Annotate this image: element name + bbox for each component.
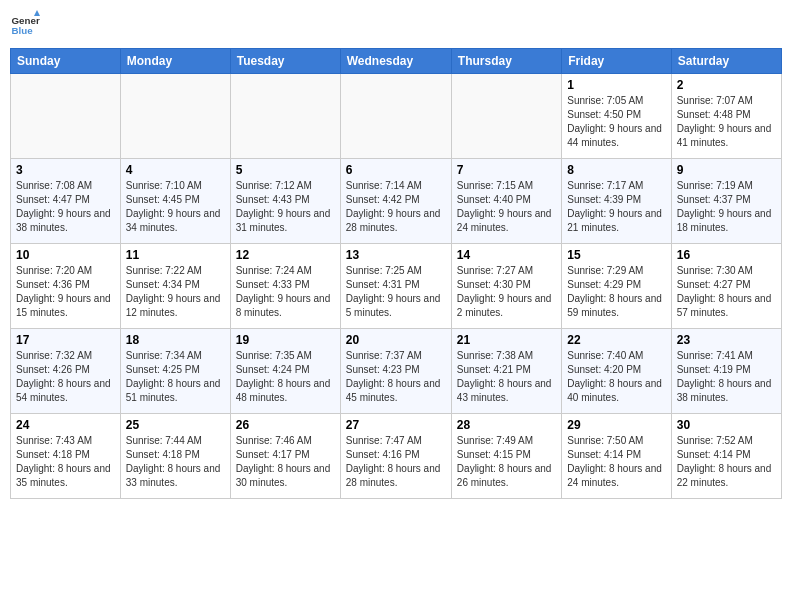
day-number: 29 bbox=[567, 418, 665, 432]
calendar-cell: 29Sunrise: 7:50 AM Sunset: 4:14 PM Dayli… bbox=[562, 414, 671, 499]
day-info: Sunrise: 7:43 AM Sunset: 4:18 PM Dayligh… bbox=[16, 434, 115, 490]
calendar-cell: 19Sunrise: 7:35 AM Sunset: 4:24 PM Dayli… bbox=[230, 329, 340, 414]
calendar-cell: 8Sunrise: 7:17 AM Sunset: 4:39 PM Daylig… bbox=[562, 159, 671, 244]
day-number: 8 bbox=[567, 163, 665, 177]
logo-icon: General Blue bbox=[10, 10, 40, 40]
day-info: Sunrise: 7:05 AM Sunset: 4:50 PM Dayligh… bbox=[567, 94, 665, 150]
day-number: 2 bbox=[677, 78, 776, 92]
calendar-cell: 21Sunrise: 7:38 AM Sunset: 4:21 PM Dayli… bbox=[451, 329, 561, 414]
calendar-cell bbox=[11, 74, 121, 159]
calendar-cell: 15Sunrise: 7:29 AM Sunset: 4:29 PM Dayli… bbox=[562, 244, 671, 329]
day-number: 20 bbox=[346, 333, 446, 347]
day-number: 5 bbox=[236, 163, 335, 177]
calendar-cell: 20Sunrise: 7:37 AM Sunset: 4:23 PM Dayli… bbox=[340, 329, 451, 414]
day-info: Sunrise: 7:27 AM Sunset: 4:30 PM Dayligh… bbox=[457, 264, 556, 320]
day-number: 18 bbox=[126, 333, 225, 347]
calendar-cell bbox=[120, 74, 230, 159]
calendar-cell: 6Sunrise: 7:14 AM Sunset: 4:42 PM Daylig… bbox=[340, 159, 451, 244]
header-cell-thursday: Thursday bbox=[451, 49, 561, 74]
day-info: Sunrise: 7:22 AM Sunset: 4:34 PM Dayligh… bbox=[126, 264, 225, 320]
header-cell-wednesday: Wednesday bbox=[340, 49, 451, 74]
calendar-row-0: 1Sunrise: 7:05 AM Sunset: 4:50 PM Daylig… bbox=[11, 74, 782, 159]
header-row: SundayMondayTuesdayWednesdayThursdayFrid… bbox=[11, 49, 782, 74]
header-cell-tuesday: Tuesday bbox=[230, 49, 340, 74]
day-number: 9 bbox=[677, 163, 776, 177]
day-number: 6 bbox=[346, 163, 446, 177]
calendar-cell: 27Sunrise: 7:47 AM Sunset: 4:16 PM Dayli… bbox=[340, 414, 451, 499]
day-info: Sunrise: 7:46 AM Sunset: 4:17 PM Dayligh… bbox=[236, 434, 335, 490]
day-info: Sunrise: 7:50 AM Sunset: 4:14 PM Dayligh… bbox=[567, 434, 665, 490]
calendar-cell: 18Sunrise: 7:34 AM Sunset: 4:25 PM Dayli… bbox=[120, 329, 230, 414]
day-info: Sunrise: 7:17 AM Sunset: 4:39 PM Dayligh… bbox=[567, 179, 665, 235]
calendar-cell: 13Sunrise: 7:25 AM Sunset: 4:31 PM Dayli… bbox=[340, 244, 451, 329]
day-info: Sunrise: 7:24 AM Sunset: 4:33 PM Dayligh… bbox=[236, 264, 335, 320]
day-info: Sunrise: 7:25 AM Sunset: 4:31 PM Dayligh… bbox=[346, 264, 446, 320]
calendar-cell: 16Sunrise: 7:30 AM Sunset: 4:27 PM Dayli… bbox=[671, 244, 781, 329]
day-info: Sunrise: 7:52 AM Sunset: 4:14 PM Dayligh… bbox=[677, 434, 776, 490]
day-number: 26 bbox=[236, 418, 335, 432]
day-number: 11 bbox=[126, 248, 225, 262]
calendar-row-1: 3Sunrise: 7:08 AM Sunset: 4:47 PM Daylig… bbox=[11, 159, 782, 244]
day-info: Sunrise: 7:08 AM Sunset: 4:47 PM Dayligh… bbox=[16, 179, 115, 235]
header-cell-monday: Monday bbox=[120, 49, 230, 74]
calendar-cell: 24Sunrise: 7:43 AM Sunset: 4:18 PM Dayli… bbox=[11, 414, 121, 499]
day-info: Sunrise: 7:12 AM Sunset: 4:43 PM Dayligh… bbox=[236, 179, 335, 235]
calendar-cell: 30Sunrise: 7:52 AM Sunset: 4:14 PM Dayli… bbox=[671, 414, 781, 499]
day-info: Sunrise: 7:35 AM Sunset: 4:24 PM Dayligh… bbox=[236, 349, 335, 405]
svg-marker-2 bbox=[34, 10, 40, 16]
header-cell-saturday: Saturday bbox=[671, 49, 781, 74]
day-info: Sunrise: 7:15 AM Sunset: 4:40 PM Dayligh… bbox=[457, 179, 556, 235]
day-info: Sunrise: 7:20 AM Sunset: 4:36 PM Dayligh… bbox=[16, 264, 115, 320]
day-info: Sunrise: 7:38 AM Sunset: 4:21 PM Dayligh… bbox=[457, 349, 556, 405]
day-number: 3 bbox=[16, 163, 115, 177]
day-info: Sunrise: 7:10 AM Sunset: 4:45 PM Dayligh… bbox=[126, 179, 225, 235]
calendar-cell: 12Sunrise: 7:24 AM Sunset: 4:33 PM Dayli… bbox=[230, 244, 340, 329]
svg-text:General: General bbox=[12, 15, 41, 26]
day-number: 19 bbox=[236, 333, 335, 347]
header-cell-sunday: Sunday bbox=[11, 49, 121, 74]
calendar-cell: 28Sunrise: 7:49 AM Sunset: 4:15 PM Dayli… bbox=[451, 414, 561, 499]
calendar-cell bbox=[230, 74, 340, 159]
calendar-cell: 25Sunrise: 7:44 AM Sunset: 4:18 PM Dayli… bbox=[120, 414, 230, 499]
day-info: Sunrise: 7:07 AM Sunset: 4:48 PM Dayligh… bbox=[677, 94, 776, 150]
day-info: Sunrise: 7:40 AM Sunset: 4:20 PM Dayligh… bbox=[567, 349, 665, 405]
calendar-cell: 3Sunrise: 7:08 AM Sunset: 4:47 PM Daylig… bbox=[11, 159, 121, 244]
day-number: 10 bbox=[16, 248, 115, 262]
calendar-cell: 2Sunrise: 7:07 AM Sunset: 4:48 PM Daylig… bbox=[671, 74, 781, 159]
day-info: Sunrise: 7:49 AM Sunset: 4:15 PM Dayligh… bbox=[457, 434, 556, 490]
day-info: Sunrise: 7:14 AM Sunset: 4:42 PM Dayligh… bbox=[346, 179, 446, 235]
calendar-cell: 4Sunrise: 7:10 AM Sunset: 4:45 PM Daylig… bbox=[120, 159, 230, 244]
calendar-cell: 11Sunrise: 7:22 AM Sunset: 4:34 PM Dayli… bbox=[120, 244, 230, 329]
calendar-cell: 1Sunrise: 7:05 AM Sunset: 4:50 PM Daylig… bbox=[562, 74, 671, 159]
day-number: 15 bbox=[567, 248, 665, 262]
day-info: Sunrise: 7:34 AM Sunset: 4:25 PM Dayligh… bbox=[126, 349, 225, 405]
logo: General Blue bbox=[10, 10, 44, 40]
day-info: Sunrise: 7:37 AM Sunset: 4:23 PM Dayligh… bbox=[346, 349, 446, 405]
header-cell-friday: Friday bbox=[562, 49, 671, 74]
day-number: 24 bbox=[16, 418, 115, 432]
calendar-cell: 23Sunrise: 7:41 AM Sunset: 4:19 PM Dayli… bbox=[671, 329, 781, 414]
calendar-row-3: 17Sunrise: 7:32 AM Sunset: 4:26 PM Dayli… bbox=[11, 329, 782, 414]
day-number: 27 bbox=[346, 418, 446, 432]
calendar-row-2: 10Sunrise: 7:20 AM Sunset: 4:36 PM Dayli… bbox=[11, 244, 782, 329]
calendar-table: SundayMondayTuesdayWednesdayThursdayFrid… bbox=[10, 48, 782, 499]
calendar-cell: 14Sunrise: 7:27 AM Sunset: 4:30 PM Dayli… bbox=[451, 244, 561, 329]
calendar-cell: 7Sunrise: 7:15 AM Sunset: 4:40 PM Daylig… bbox=[451, 159, 561, 244]
day-number: 25 bbox=[126, 418, 225, 432]
day-number: 12 bbox=[236, 248, 335, 262]
calendar-cell: 9Sunrise: 7:19 AM Sunset: 4:37 PM Daylig… bbox=[671, 159, 781, 244]
calendar-cell: 22Sunrise: 7:40 AM Sunset: 4:20 PM Dayli… bbox=[562, 329, 671, 414]
day-number: 28 bbox=[457, 418, 556, 432]
day-number: 13 bbox=[346, 248, 446, 262]
day-info: Sunrise: 7:30 AM Sunset: 4:27 PM Dayligh… bbox=[677, 264, 776, 320]
day-number: 22 bbox=[567, 333, 665, 347]
day-info: Sunrise: 7:44 AM Sunset: 4:18 PM Dayligh… bbox=[126, 434, 225, 490]
calendar-row-4: 24Sunrise: 7:43 AM Sunset: 4:18 PM Dayli… bbox=[11, 414, 782, 499]
day-info: Sunrise: 7:19 AM Sunset: 4:37 PM Dayligh… bbox=[677, 179, 776, 235]
day-number: 30 bbox=[677, 418, 776, 432]
calendar-cell: 17Sunrise: 7:32 AM Sunset: 4:26 PM Dayli… bbox=[11, 329, 121, 414]
calendar-cell bbox=[340, 74, 451, 159]
day-info: Sunrise: 7:29 AM Sunset: 4:29 PM Dayligh… bbox=[567, 264, 665, 320]
day-number: 21 bbox=[457, 333, 556, 347]
calendar-cell bbox=[451, 74, 561, 159]
